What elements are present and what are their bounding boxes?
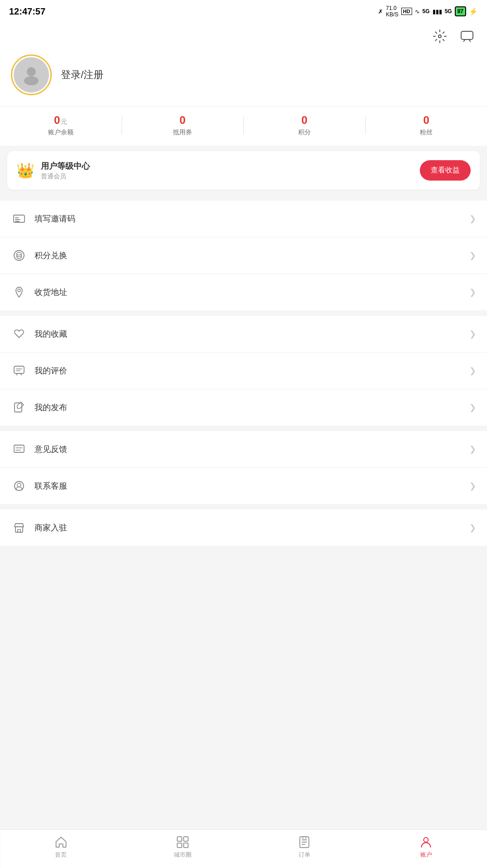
- favorites-icon: [11, 326, 27, 342]
- menu-item-invite-code[interactable]: 填写邀请码 ❯: [0, 201, 487, 237]
- bottom-spacer: [0, 546, 487, 591]
- favorites-label: 我的收藏: [34, 329, 469, 339]
- svg-rect-11: [14, 366, 24, 373]
- signal-5g-icon: 5G: [423, 8, 430, 15]
- status-icons: ✗ 71.0KB/S HD ∿ 5G ▮▮▮ 5G 87 ⚡: [378, 5, 478, 18]
- menu-item-feedback[interactable]: 意见反馈 ❯: [0, 431, 487, 468]
- menu-item-reviews[interactable]: 我的评价 ❯: [0, 353, 487, 389]
- bluetooth-icon: ✗: [378, 8, 383, 15]
- menu-section-1: 填写邀请码 ❯ 积分兑换 ❯ 收货地址 ❯: [0, 201, 487, 310]
- points-exchange-label: 积分兑换: [34, 250, 469, 261]
- orders-icon: [298, 835, 311, 849]
- menu-item-merchant-join[interactable]: 商家入驻 ❯: [0, 510, 487, 546]
- nav-item-city-circle[interactable]: 城市圈: [122, 835, 243, 859]
- customer-service-label: 联系客服: [34, 481, 469, 491]
- svg-rect-24: [183, 843, 188, 848]
- nav-orders-label: 订单: [299, 851, 310, 859]
- feedback-label: 意见反馈: [34, 444, 469, 455]
- feedback-arrow: ❯: [469, 444, 476, 454]
- menu-section-4: 商家入驻 ❯: [0, 510, 487, 546]
- home-icon: [54, 835, 68, 849]
- svg-point-2: [27, 67, 36, 76]
- nav-home-label: 首页: [55, 851, 67, 859]
- menu-section-2: 我的收藏 ❯ 我的评价 ❯ 我的发布 ❯: [0, 316, 487, 426]
- menu-item-customer-service[interactable]: 联系客服 ❯: [0, 468, 487, 504]
- status-bar: 12:47:57 ✗ 71.0KB/S HD ∿ 5G ▮▮▮ 5G 87 ⚡: [0, 0, 487, 23]
- reviews-icon: [11, 363, 27, 379]
- vip-subtitle: 普通会员: [41, 172, 90, 181]
- speed-indicator: 71.0KB/S: [386, 5, 398, 18]
- svg-point-10: [18, 289, 20, 292]
- nav-item-account[interactable]: 账户: [365, 835, 487, 859]
- customer-service-icon: [11, 478, 27, 494]
- fans-value: 0: [423, 114, 429, 127]
- city-circle-icon: [176, 835, 189, 849]
- stat-coupon[interactable]: 0 抵用券: [122, 114, 244, 137]
- fans-label: 粉丝: [420, 128, 433, 137]
- merchant-join-label: 商家入驻: [34, 522, 469, 533]
- points-value: 0: [301, 114, 307, 127]
- menu-item-shipping-address[interactable]: 收货地址 ❯: [0, 274, 487, 310]
- menu-item-favorites[interactable]: 我的收藏 ❯: [0, 316, 487, 353]
- svg-point-9: [17, 252, 21, 255]
- section-gap-3: [0, 426, 487, 431]
- signal-bars-icon: ▮▮▮: [433, 8, 442, 15]
- shipping-address-label: 收货地址: [34, 287, 469, 298]
- section-gap-4: [0, 504, 487, 510]
- login-register-link[interactable]: 登录/注册: [61, 68, 103, 82]
- svg-rect-22: [183, 837, 188, 841]
- shipping-address-arrow: ❯: [469, 287, 476, 297]
- bottom-nav: 首页 城市圈 订单: [0, 829, 487, 868]
- message-button[interactable]: [458, 27, 476, 45]
- nav-city-circle-label: 城市圈: [174, 851, 192, 859]
- view-earnings-button[interactable]: 查看收益: [420, 160, 471, 181]
- invite-code-arrow: ❯: [469, 214, 476, 224]
- wifi-icon: ∿: [415, 8, 420, 15]
- svg-rect-21: [177, 837, 182, 841]
- battery-icon: 87: [455, 6, 466, 16]
- svg-point-26: [424, 838, 428, 842]
- profile-section: 登录/注册: [0, 50, 487, 106]
- balance-unit: 元: [61, 118, 67, 126]
- invite-code-label: 填写邀请码: [34, 213, 469, 224]
- stat-fans[interactable]: 0 粉丝: [366, 114, 487, 137]
- stat-points[interactable]: 0 积分: [244, 114, 365, 137]
- invite-code-icon: [11, 211, 27, 227]
- svg-point-3: [24, 76, 39, 85]
- stat-balance[interactable]: 0 元 账户余额: [0, 114, 122, 137]
- vip-info: 👑 用户等级中心 普通会员: [16, 161, 90, 181]
- settings-button[interactable]: [431, 27, 449, 45]
- menu-item-points-exchange[interactable]: 积分兑换 ❯: [0, 237, 487, 274]
- balance-label: 账户余额: [48, 128, 74, 137]
- menu-item-my-posts[interactable]: 我的发布 ❯: [0, 389, 487, 426]
- balance-value: 0: [54, 114, 60, 127]
- customer-service-arrow: ❯: [469, 481, 476, 491]
- svg-rect-23: [177, 843, 182, 848]
- favorites-arrow: ❯: [469, 329, 476, 339]
- coupon-value: 0: [180, 114, 186, 127]
- account-icon: [419, 835, 433, 849]
- section-gap-2: [0, 310, 487, 316]
- merchant-join-icon: [11, 520, 27, 536]
- my-posts-label: 我的发布: [34, 402, 469, 413]
- nav-account-label: 账户: [420, 851, 432, 859]
- points-exchange-arrow: ❯: [469, 250, 476, 260]
- header-actions: [0, 23, 487, 50]
- shipping-address-icon: [11, 284, 27, 300]
- section-gap-1: [0, 195, 487, 201]
- vip-card: 👑 用户等级中心 普通会员 查看收益: [7, 151, 480, 190]
- merchant-join-arrow: ❯: [469, 523, 476, 533]
- svg-rect-1: [461, 31, 473, 39]
- avatar[interactable]: [11, 54, 52, 95]
- vip-title: 用户等级中心: [41, 161, 90, 172]
- reviews-arrow: ❯: [469, 366, 476, 376]
- status-time: 12:47:57: [9, 6, 45, 17]
- hd-icon: HD: [401, 8, 412, 15]
- my-posts-icon: [11, 399, 27, 416]
- nav-item-home[interactable]: 首页: [0, 835, 122, 859]
- svg-point-19: [17, 483, 21, 487]
- points-exchange-icon: [11, 247, 27, 264]
- coupon-label: 抵用券: [173, 128, 192, 137]
- nav-item-orders[interactable]: 订单: [244, 835, 365, 859]
- avatar-image: [14, 57, 49, 93]
